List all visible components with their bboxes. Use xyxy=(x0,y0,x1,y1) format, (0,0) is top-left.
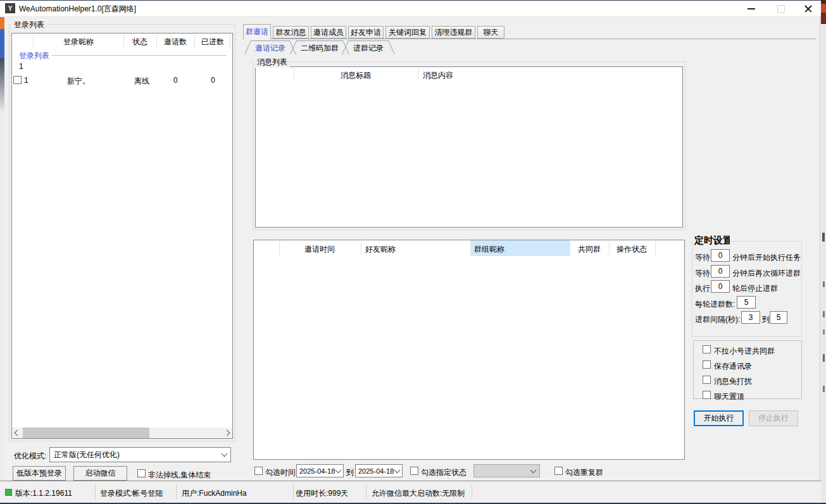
message-col-title[interactable]: 消息标题 xyxy=(341,70,371,81)
subtab-qrcode-join[interactable]: 二维码加群 xyxy=(290,40,349,54)
option-pin-chat-checkbox[interactable] xyxy=(703,391,711,399)
left-edge-strip xyxy=(0,58,4,111)
invite-records-table xyxy=(253,240,685,460)
subtab-label: 邀请记录 xyxy=(244,43,296,54)
filter-status-label: 勾选指定状态 xyxy=(421,467,466,478)
round-prefix: 执行 xyxy=(695,283,710,294)
right-strip-mark xyxy=(823,386,825,392)
invite-col-time[interactable]: 邀请时间 xyxy=(304,244,335,255)
filter-status-checkbox[interactable] xyxy=(410,467,418,475)
optimize-mode-combobox[interactable]: 正常版(无任何优化) xyxy=(49,447,231,462)
option-no-alt-account-checkbox[interactable] xyxy=(703,345,711,353)
login-col-invited[interactable]: 邀请数 xyxy=(164,37,187,47)
login-row-index[interactable]: 1 xyxy=(24,76,28,85)
wait2-prefix: 等待 xyxy=(695,268,710,279)
divider xyxy=(470,242,471,255)
interval-from-input[interactable] xyxy=(741,311,760,324)
divider xyxy=(230,35,230,48)
login-row-nickname[interactable]: 新宁。 xyxy=(67,76,90,87)
titlebar-divider xyxy=(0,16,821,17)
divider xyxy=(279,242,280,255)
invite-col-friend[interactable]: 好友昵称 xyxy=(365,244,396,255)
divider xyxy=(609,242,610,255)
low-version-login-button[interactable]: 低版本预登录 xyxy=(13,466,66,481)
start-wechat-button[interactable]: 启动微信 xyxy=(73,466,127,481)
optimize-mode-value: 正常版(无任何优化) xyxy=(54,450,222,460)
subtab-label: 进群记录 xyxy=(342,43,395,54)
login-group-row-label[interactable]: 登录列表 xyxy=(19,51,49,61)
invite-col-common[interactable]: 共同群 xyxy=(578,244,601,255)
divider xyxy=(348,40,389,41)
login-row-invited[interactable]: 0 xyxy=(173,76,178,85)
close-button[interactable] xyxy=(796,1,821,16)
optimize-mode-label: 优化模式: xyxy=(14,451,46,462)
round-input[interactable] xyxy=(711,280,730,293)
divider xyxy=(366,484,366,500)
date-from-combobox[interactable]: 2025-04-18 xyxy=(296,464,344,477)
status-login-mode: 登录模式:帐号登陆 xyxy=(100,488,163,499)
divider xyxy=(251,40,290,41)
tab-group-message[interactable]: 群发消息 xyxy=(273,26,309,39)
login-col-nickname[interactable]: 登录昵称 xyxy=(63,37,94,47)
message-col-content[interactable]: 消息内容 xyxy=(423,70,453,81)
maximize-icon xyxy=(777,5,785,13)
window-title: WeAutomationHelper1.0[言森网络] xyxy=(19,4,136,15)
status-combobox[interactable] xyxy=(473,464,540,477)
option-save-contacts-label: 保存通讯录 xyxy=(714,361,752,372)
wait2-input[interactable] xyxy=(711,265,730,278)
filter-time-label: 勾选时间 xyxy=(265,467,296,478)
login-row-status[interactable]: 离线 xyxy=(134,76,149,87)
stop-execute-button[interactable]: 停止执行 xyxy=(749,410,798,426)
wait2-suffix: 分钟后再次循环进群 xyxy=(732,268,801,279)
subtab-join-records[interactable]: 进群记录 xyxy=(342,40,395,54)
date-to-combobox[interactable]: 2025-04-18 xyxy=(355,464,403,477)
option-no-alt-account-label: 不拉小号进共同群 xyxy=(714,346,775,357)
minimize-button[interactable] xyxy=(736,1,766,16)
per-round-input[interactable] xyxy=(737,296,756,309)
invite-col-status[interactable]: 操作状态 xyxy=(616,244,647,255)
tab-group-invite[interactable]: 群邀请 xyxy=(243,24,271,39)
interval-to-label: 到 xyxy=(762,314,770,325)
right-strip-mark xyxy=(823,311,825,317)
right-strip-mark xyxy=(823,281,825,287)
tab-keyword-reply[interactable]: 关键词回复 xyxy=(385,26,430,39)
scroll-left-icon xyxy=(15,430,21,436)
app-icon: Y xyxy=(5,3,15,13)
scroll-right-button[interactable] xyxy=(222,427,232,438)
close-icon xyxy=(804,4,813,13)
illegal-offline-checkbox[interactable] xyxy=(137,469,146,477)
login-col-entered[interactable]: 已进数 xyxy=(201,37,224,47)
filter-duplicate-checkbox[interactable] xyxy=(554,467,563,475)
login-row-entered[interactable]: 0 xyxy=(211,76,215,85)
filter-duplicate-label: 勾选重复群 xyxy=(565,467,603,478)
filter-time-checkbox[interactable] xyxy=(254,467,263,475)
divider xyxy=(361,242,361,255)
right-edge-strip xyxy=(821,24,826,503)
scroll-thumb[interactable] xyxy=(23,427,149,438)
login-col-status[interactable]: 状态 xyxy=(132,37,147,47)
round-suffix: 轮后停止进群 xyxy=(732,283,778,294)
wait1-input[interactable] xyxy=(711,249,730,262)
tab-friend-request[interactable]: 好友申请 xyxy=(348,26,384,39)
tab-chat[interactable]: 聊天 xyxy=(477,26,504,39)
interval-label: 进群间隔(秒): xyxy=(695,314,740,325)
invite-col-group[interactable]: 群组昵称 xyxy=(474,244,504,255)
start-execute-button[interactable]: 开始执行 xyxy=(694,410,744,426)
interval-to-input[interactable] xyxy=(770,311,787,324)
maximize-button[interactable] xyxy=(766,1,796,16)
tab-invite-members[interactable]: 邀请成员 xyxy=(311,26,346,39)
right-edge-strip xyxy=(821,4,826,13)
date-from-value: 2025-04-18 xyxy=(299,467,336,475)
scroll-left-button[interactable] xyxy=(12,427,23,438)
status-max-wechat: 允许微信最大启动数:无限制 xyxy=(372,488,465,499)
tab-clean-illegal-groups[interactable]: 清理违规群 xyxy=(432,26,475,39)
subtab-invite-records[interactable]: 邀请记录 xyxy=(244,40,296,54)
chevron-down-icon xyxy=(335,467,342,473)
login-row-checkbox[interactable] xyxy=(13,76,22,84)
status-version: 版本:1.1.2.19611 xyxy=(15,488,72,499)
minimize-icon xyxy=(748,8,755,9)
option-mute-messages-checkbox[interactable] xyxy=(703,376,711,384)
divider xyxy=(294,68,294,81)
right-strip-mark xyxy=(823,329,825,335)
option-save-contacts-checkbox[interactable] xyxy=(703,360,711,369)
